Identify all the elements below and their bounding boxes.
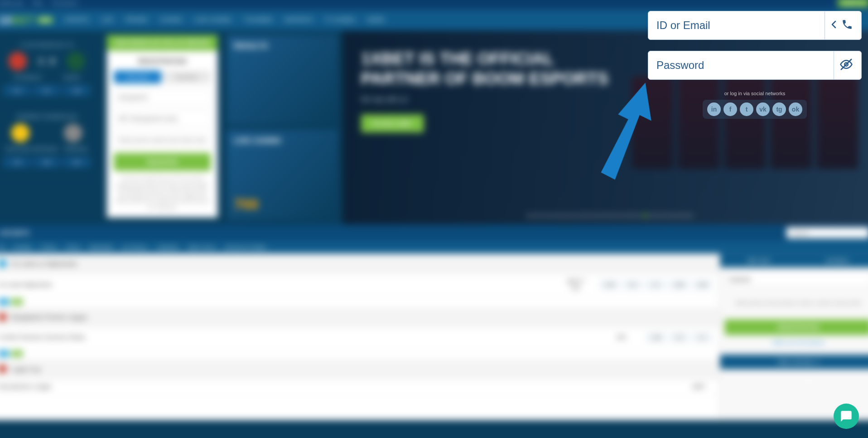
sport-icon <box>0 313 7 321</box>
event-odds: 1.45 3.2 2.1 <box>646 332 713 343</box>
odd-button: 2.8 <box>63 85 91 96</box>
dot <box>592 214 595 218</box>
dot <box>604 214 608 218</box>
dot <box>546 214 550 218</box>
match-teams: Mountaineers Lodges <box>0 384 675 390</box>
match-title: CLUB FRIENDLIES '23 <box>3 42 91 47</box>
team-name: GENOA <box>63 75 80 80</box>
logo: 1XBET NEW <box>0 14 53 27</box>
tag-hd: HD <box>11 350 23 357</box>
dot <box>675 214 679 218</box>
dot <box>527 214 530 218</box>
dot <box>637 214 641 218</box>
registration-form: REGISTRATION One-click By phone REGISTER… <box>107 51 218 218</box>
odd-cell: 1.45 <box>646 332 666 343</box>
tag-1x: 1X <box>0 350 9 357</box>
dot <box>617 214 621 218</box>
nav-item-tvgames: TVGAMES <box>243 16 273 23</box>
sport-icon <box>0 259 7 268</box>
dot <box>566 214 569 218</box>
nav-item-more: MORE <box>367 16 385 23</box>
nav-item-livecasino: LIVE CASINO <box>194 16 231 23</box>
top-bar-item: Promotions <box>52 0 77 5</box>
field-divider <box>834 51 834 79</box>
odd-button: 3.1 <box>33 85 61 96</box>
betslip-deposit-link: Make your first deposit <box>724 340 868 345</box>
field-divider <box>825 11 825 39</box>
section-title: LIVE BETS <box>0 229 29 236</box>
nav-item-tvgames2: TV GAMES <box>324 16 356 23</box>
odd-cell: 2.1 <box>692 332 713 343</box>
dot <box>682 214 686 218</box>
event-group-name: Bangladesh Premier League <box>11 314 87 321</box>
promo-number: 700 <box>234 196 258 213</box>
tag-hd: HD <box>11 298 23 305</box>
event-group-name: Sri Lanka vs Afghanistan <box>11 260 77 267</box>
registration-panel: 100% BONUS ON THE 1ST DEPOSIT REGISTRATI… <box>107 35 218 220</box>
register-button: REGISTER <box>114 153 211 171</box>
login-id-icons <box>830 19 853 32</box>
promo-title: LIVE CASINO <box>234 136 331 145</box>
facebook-icon: f <box>780 376 791 387</box>
dot <box>650 214 653 218</box>
filter-item: Table Tennis <box>187 244 215 250</box>
event-group-header: Bangladesh Premier League <box>0 307 719 327</box>
social-login-icon[interactable]: in <box>707 102 721 116</box>
social-login-icon[interactable]: ok <box>789 102 802 116</box>
login-password-field[interactable] <box>648 51 862 80</box>
odd-button: 2.4 <box>3 85 30 96</box>
event-match-row: Mountaineers Lodges 198/7 <box>0 379 719 395</box>
social-login-icon[interactable]: t <box>740 102 753 116</box>
dot <box>559 214 563 218</box>
phone-icon[interactable] <box>841 19 853 32</box>
top-bar-item: Mobile app <box>0 0 23 5</box>
promo-tile-livecasino: LIVE CASINO 700 <box>227 130 338 220</box>
promo-input <box>114 131 211 148</box>
event-tags: 1X HD <box>0 348 719 359</box>
match-card: CLUB FRIENDLIES '23 1 : 2 AS MONACO GENO… <box>0 35 97 103</box>
login-password-input[interactable] <box>656 59 828 72</box>
eye-off-icon[interactable] <box>839 58 853 73</box>
registration-title: REGISTRATION <box>114 58 211 65</box>
carousel-dots <box>527 214 692 218</box>
match-teams-row <box>3 124 91 142</box>
odd-cell: 1.85 <box>668 279 689 290</box>
team-badge <box>64 124 82 142</box>
match-title: GERMANY. BUNDESLIGA <box>3 113 91 119</box>
social-login-icon[interactable]: tg <box>772 102 786 116</box>
dot <box>669 214 673 218</box>
betslip-tab: MY BETS <box>798 254 868 268</box>
match-teams: Sri Lanka Afghanistan <box>0 282 553 288</box>
chevron-left-icon[interactable] <box>830 19 838 32</box>
reg-tab-oneclick: One-click <box>114 71 161 84</box>
dot <box>540 214 544 218</box>
odd-cell: 3.2 <box>669 332 690 343</box>
login-id-field[interactable] <box>648 11 862 40</box>
matches-sidebar: CLUB FRIENDLIES '23 1 : 2 AS MONACO GENO… <box>0 30 102 224</box>
nav-item-sports: SPORTS <box>64 16 89 23</box>
dot <box>611 214 615 218</box>
dot <box>689 214 692 218</box>
live-bets-header: LIVE BETS <box>0 224 868 241</box>
betslip-register-button: REGISTRATION <box>725 319 868 335</box>
chat-support-button[interactable] <box>834 404 859 429</box>
odds-row: 2.4 3.1 2.8 <box>3 85 91 96</box>
login-id-input[interactable] <box>656 19 819 32</box>
social-login-text: or log in via social networks <box>648 91 862 96</box>
team-name: AS MONACO <box>14 75 42 80</box>
top-utility-bar: Mobile app FAQ Promotions SIGN UP <box>0 0 868 10</box>
filter-item: Ice Hockey <box>122 244 148 250</box>
betslip-type-label: Customer <box>729 276 751 282</box>
nav-item-esports: ESPORTS <box>284 16 313 23</box>
odd-button: 4.2 <box>63 156 91 167</box>
team-name: FREIBURG <box>64 147 88 152</box>
signup-top-button: SIGN UP <box>838 0 868 7</box>
event-group-name: Logan Cup <box>11 365 41 372</box>
social-login-icon[interactable]: f <box>723 102 737 116</box>
odds-row: 1.8 3.5 4.2 <box>3 156 91 167</box>
hero-cta-button: PLACE A BET <box>361 115 424 133</box>
odd-button: 3.5 <box>33 156 61 167</box>
nav-item-promo: PROMO <box>125 16 148 23</box>
social-login-icon[interactable]: vk <box>756 102 770 116</box>
odd-button: 1.8 <box>3 156 30 167</box>
